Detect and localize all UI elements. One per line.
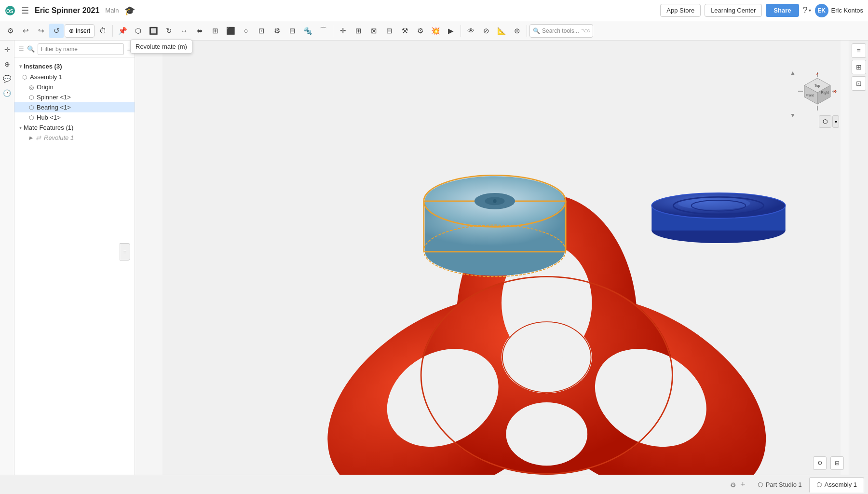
settings-bottom-button[interactable]: ⚙ xyxy=(813,456,827,470)
bearing-label: Bearing <1> xyxy=(37,104,130,111)
instances-chevron-icon: ▾ xyxy=(19,64,22,69)
slider-mate-button[interactable]: ↔ xyxy=(177,24,191,38)
tab-part-studio[interactable]: ⬡ Part Studio 1 xyxy=(750,477,809,493)
fix-button[interactable]: 📌 xyxy=(115,24,130,38)
measure-button[interactable]: 📐 xyxy=(494,24,509,38)
revolve-history-button[interactable]: ⏱ xyxy=(95,24,110,38)
spinner-item[interactable]: ⬡ Spinner <1> xyxy=(14,92,135,102)
pattern-button[interactable]: ⊠ xyxy=(366,24,381,38)
bottom-right-controls: ⚙ ⊟ xyxy=(813,456,844,470)
screw-mate-button[interactable]: 🔩 xyxy=(300,24,315,38)
user-name: Eric Kontos xyxy=(831,7,863,14)
redo-button[interactable]: ↪ xyxy=(34,24,48,38)
explode-button[interactable]: 💥 xyxy=(428,24,443,38)
view-bottom-button[interactable]: ⊟ xyxy=(830,456,844,470)
tab-settings-button[interactable]: ⚙ xyxy=(728,479,738,491)
comment-button[interactable]: 💬 xyxy=(1,72,14,85)
view-cube-button[interactable]: ⬡ xyxy=(819,115,831,128)
panel-collapse-handle[interactable]: ≡ xyxy=(120,243,130,261)
revolute-tooltip-text: Revolute mate (m) xyxy=(136,43,187,50)
right-panel-btn1[interactable]: ≡ xyxy=(852,43,866,58)
svg-text:OS: OS xyxy=(6,9,14,14)
mirror-button[interactable]: ⊟ xyxy=(382,24,396,38)
assembly-features-button[interactable]: ⚒ xyxy=(397,24,412,38)
instances-label: Instances (3) xyxy=(24,63,62,70)
hub-item[interactable]: ⬡ Hub <1> xyxy=(14,112,135,123)
tab-add-button[interactable]: + xyxy=(738,478,747,492)
3d-scene xyxy=(135,41,868,475)
instances-header[interactable]: ▾ Instances (3) xyxy=(14,61,135,72)
ball-mate-button[interactable]: ○ xyxy=(239,24,253,38)
bearing-icon: ⬡ xyxy=(29,104,34,111)
replicate-button[interactable]: ⊞ xyxy=(351,24,366,38)
sim-button[interactable]: ▶ xyxy=(444,24,458,38)
learning-center-button[interactable]: Learning Center xyxy=(705,4,762,17)
gear-mate-button[interactable]: ⚙ xyxy=(270,24,284,38)
svg-point-11 xyxy=(506,402,587,466)
mass-props-button[interactable]: ⊕ xyxy=(510,24,524,38)
snap2-button[interactable]: ⊕ xyxy=(1,58,14,70)
hide-button[interactable]: 👁 xyxy=(463,24,478,38)
mate-features-header[interactable]: ▾ Mate Features (1) xyxy=(14,123,135,133)
help-button[interactable]: ? ▾ xyxy=(803,5,811,15)
user-menu[interactable]: EK Eric Kontos xyxy=(815,4,863,17)
search-panel-icon[interactable]: 🔍 xyxy=(27,45,35,53)
section-button[interactable]: ⊘ xyxy=(479,24,493,38)
navigation-cube[interactable]: Top Front Right Z X xyxy=(796,69,839,113)
separator-2 xyxy=(333,25,333,37)
search-placeholder: Search tools... xyxy=(542,27,579,34)
snap-button[interactable]: ✛ xyxy=(1,43,14,56)
planar-mate-button[interactable]: ⬛ xyxy=(223,24,238,38)
help-icon: ? xyxy=(803,5,808,15)
undo-button[interactable]: ↩ xyxy=(18,24,33,38)
pin-slot-button[interactable]: ⊞ xyxy=(208,24,222,38)
filter-icon[interactable]: ☰ xyxy=(18,45,24,53)
tangent-mate-button[interactable]: ⌒ xyxy=(316,24,330,38)
onshape-logo: OS xyxy=(5,5,15,16)
help-chevron-icon: ▾ xyxy=(809,8,811,13)
toolbar: ⚙ ↩ ↪ ↺ ⊕ Insert ⏱ 📌 ⬡ 🔲 ↻ ↔ ⬌ ⊞ ⬛ ○ ⊡ ⚙… xyxy=(0,21,868,41)
settings-toolbar-button[interactable]: ⚙ xyxy=(3,24,17,38)
history-button[interactable]: 🕐 xyxy=(1,87,14,99)
cylindrical-mate-button[interactable]: ⬌ xyxy=(192,24,207,38)
mate-connector-button[interactable]: ✛ xyxy=(336,24,350,38)
revolute1-item[interactable]: ▶ ⇄ Revolute 1 xyxy=(14,133,135,143)
spinner-label: Spinner <1> xyxy=(37,94,130,101)
bearing-item[interactable]: ⬡ Bearing <1> xyxy=(14,102,135,112)
avatar: EK xyxy=(815,4,828,17)
assembly1-label: Assembly 1 xyxy=(30,73,130,81)
app-store-button[interactable]: App Store xyxy=(660,4,701,17)
origin-item[interactable]: ◎ Origin xyxy=(14,82,135,92)
spinner-icon: ⬡ xyxy=(29,94,34,101)
filter-input[interactable] xyxy=(38,43,124,55)
group-button[interactable]: ⬡ xyxy=(131,24,145,38)
assembly1-item[interactable]: ⬡ Assembly 1 xyxy=(14,72,135,82)
learning-icon[interactable]: 🎓 xyxy=(124,5,135,16)
origin-icon: ◎ xyxy=(29,84,34,91)
svg-text:Front: Front xyxy=(806,94,814,97)
right-panel-btn3[interactable]: ⊡ xyxy=(852,76,866,91)
svg-text:Z: Z xyxy=(816,72,819,76)
insert-button[interactable]: ⊕ Insert xyxy=(65,24,95,38)
right-panel-strip: ≡ ⊞ ⊡ xyxy=(849,41,868,475)
revolute-mate-button[interactable]: ↻ xyxy=(162,24,176,38)
search-tools-box[interactable]: 🔍 Search tools... ⌥c xyxy=(529,24,593,38)
custom-features-button[interactable]: ⚙ xyxy=(413,24,427,38)
svg-text:X: X xyxy=(833,89,836,94)
tab-assembly[interactable]: ⬡ Assembly 1 xyxy=(809,477,864,493)
tabbar: ⚙ + ⬡ Part Studio 1 ⬡ Assembly 1 xyxy=(0,475,868,494)
view-controls[interactable]: ⬡ ▾ xyxy=(819,115,839,128)
rigid-mate-button[interactable]: 🔲 xyxy=(146,24,161,38)
rack-mate-button[interactable]: ⊟ xyxy=(285,24,299,38)
refresh-button[interactable]: ↺ xyxy=(49,24,64,38)
viewport[interactable]: Top Front Right Z X ▲ ▼ ⬡ ▾ ≡ ⊞ ⊡ ⚙ xyxy=(135,41,868,475)
separator-4 xyxy=(527,25,527,37)
right-panel-btn2[interactable]: ⊞ xyxy=(852,60,866,74)
search-icon: 🔍 xyxy=(533,27,540,34)
share-button[interactable]: Share xyxy=(766,4,799,17)
hamburger-menu[interactable]: ☰ xyxy=(19,3,31,18)
navcube-up-arrow[interactable]: ▲ xyxy=(790,69,796,76)
fastened-mate-button[interactable]: ⊡ xyxy=(254,24,269,38)
navcube-down-arrow[interactable]: ▼ xyxy=(790,112,796,119)
view-cube-chevron[interactable]: ▾ xyxy=(832,115,839,128)
